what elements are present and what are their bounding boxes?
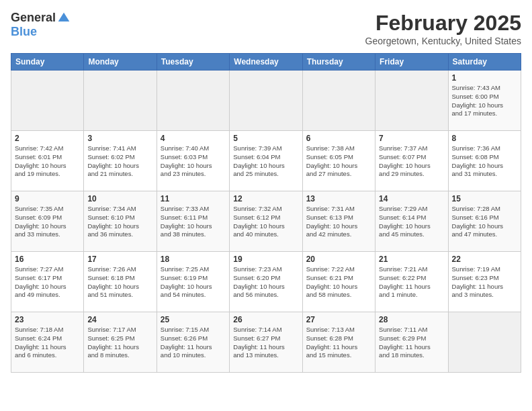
day-number: 23 xyxy=(15,315,80,324)
logo-general: General xyxy=(11,11,56,25)
day-number: 17 xyxy=(87,255,152,264)
calendar-cell: 4Sunrise: 7:40 AM Sunset: 6:03 PM Daylig… xyxy=(157,131,229,191)
day-number: 26 xyxy=(233,315,298,324)
day-info: Sunrise: 7:28 AM Sunset: 6:16 PM Dayligh… xyxy=(452,205,517,239)
day-number: 24 xyxy=(87,315,152,324)
calendar-cell: 8Sunrise: 7:36 AM Sunset: 6:08 PM Daylig… xyxy=(448,131,521,191)
day-number: 11 xyxy=(161,194,226,203)
calendar-cell xyxy=(84,71,157,131)
day-number: 7 xyxy=(379,134,444,143)
calendar-cell: 21Sunrise: 7:21 AM Sunset: 6:22 PM Dayli… xyxy=(375,252,448,312)
day-number: 18 xyxy=(161,255,226,264)
day-number: 25 xyxy=(161,315,226,324)
day-number: 28 xyxy=(379,315,444,324)
logo: General Blue xyxy=(11,11,71,39)
calendar-cell xyxy=(11,71,84,131)
month-title: February 2025 xyxy=(365,11,521,36)
weekday-header-friday: Friday xyxy=(375,54,448,71)
logo-icon xyxy=(57,11,71,25)
calendar-cell: 5Sunrise: 7:39 AM Sunset: 6:04 PM Daylig… xyxy=(230,131,302,191)
day-info: Sunrise: 7:11 AM Sunset: 6:29 PM Dayligh… xyxy=(379,326,444,360)
calendar-cell: 13Sunrise: 7:31 AM Sunset: 6:13 PM Dayli… xyxy=(302,191,375,252)
calendar-cell xyxy=(302,71,375,131)
calendar-cell: 9Sunrise: 7:35 AM Sunset: 6:09 PM Daylig… xyxy=(11,191,84,252)
calendar-cell: 6Sunrise: 7:38 AM Sunset: 6:05 PM Daylig… xyxy=(302,131,375,191)
week-row-3: 9Sunrise: 7:35 AM Sunset: 6:09 PM Daylig… xyxy=(11,191,521,252)
day-info: Sunrise: 7:21 AM Sunset: 6:22 PM Dayligh… xyxy=(379,265,444,300)
calendar-cell: 20Sunrise: 7:22 AM Sunset: 6:21 PM Dayli… xyxy=(302,252,375,312)
title-block: February 2025 Georgetown, Kentucky, Unit… xyxy=(365,11,521,46)
day-number: 8 xyxy=(452,134,517,143)
day-info: Sunrise: 7:29 AM Sunset: 6:14 PM Dayligh… xyxy=(379,205,444,239)
day-number: 6 xyxy=(306,134,371,143)
day-info: Sunrise: 7:23 AM Sunset: 6:20 PM Dayligh… xyxy=(233,265,298,300)
day-info: Sunrise: 7:26 AM Sunset: 6:18 PM Dayligh… xyxy=(87,265,152,300)
weekday-header-thursday: Thursday xyxy=(302,54,375,71)
week-row-1: 1Sunrise: 7:43 AM Sunset: 6:00 PM Daylig… xyxy=(11,71,521,131)
week-row-2: 2Sunrise: 7:42 AM Sunset: 6:01 PM Daylig… xyxy=(11,131,521,191)
day-number: 27 xyxy=(306,315,371,324)
calendar-cell xyxy=(448,312,521,373)
calendar-cell: 3Sunrise: 7:41 AM Sunset: 6:02 PM Daylig… xyxy=(84,131,157,191)
calendar-cell: 12Sunrise: 7:32 AM Sunset: 6:12 PM Dayli… xyxy=(230,191,302,252)
calendar-cell: 23Sunrise: 7:18 AM Sunset: 6:24 PM Dayli… xyxy=(11,312,84,373)
calendar-cell xyxy=(375,71,448,131)
calendar-cell: 16Sunrise: 7:27 AM Sunset: 6:17 PM Dayli… xyxy=(11,252,84,312)
calendar-cell xyxy=(230,71,302,131)
weekday-header-saturday: Saturday xyxy=(448,54,521,71)
day-info: Sunrise: 7:34 AM Sunset: 6:10 PM Dayligh… xyxy=(87,205,152,239)
calendar-cell: 24Sunrise: 7:17 AM Sunset: 6:25 PM Dayli… xyxy=(84,312,157,373)
day-info: Sunrise: 7:36 AM Sunset: 6:08 PM Dayligh… xyxy=(452,144,517,179)
day-number: 1 xyxy=(452,73,517,83)
calendar-cell: 26Sunrise: 7:14 AM Sunset: 6:27 PM Dayli… xyxy=(230,312,302,373)
calendar-cell xyxy=(157,71,229,131)
page-header: General Blue February 2025 Georgetown, K… xyxy=(11,11,521,46)
day-info: Sunrise: 7:35 AM Sunset: 6:09 PM Dayligh… xyxy=(15,205,80,239)
calendar-cell: 27Sunrise: 7:13 AM Sunset: 6:28 PM Dayli… xyxy=(302,312,375,373)
day-number: 22 xyxy=(452,255,517,264)
day-number: 12 xyxy=(233,194,298,203)
calendar-cell: 10Sunrise: 7:34 AM Sunset: 6:10 PM Dayli… xyxy=(84,191,157,252)
calendar-cell: 19Sunrise: 7:23 AM Sunset: 6:20 PM Dayli… xyxy=(230,252,302,312)
day-info: Sunrise: 7:31 AM Sunset: 6:13 PM Dayligh… xyxy=(306,205,371,239)
calendar-cell: 11Sunrise: 7:33 AM Sunset: 6:11 PM Dayli… xyxy=(157,191,229,252)
calendar-cell: 7Sunrise: 7:37 AM Sunset: 6:07 PM Daylig… xyxy=(375,131,448,191)
day-info: Sunrise: 7:19 AM Sunset: 6:23 PM Dayligh… xyxy=(452,265,517,300)
weekday-header-row: SundayMondayTuesdayWednesdayThursdayFrid… xyxy=(11,54,521,71)
calendar-cell: 2Sunrise: 7:42 AM Sunset: 6:01 PM Daylig… xyxy=(11,131,84,191)
day-number: 10 xyxy=(87,194,152,203)
week-row-5: 23Sunrise: 7:18 AM Sunset: 6:24 PM Dayli… xyxy=(11,312,521,373)
day-number: 5 xyxy=(233,134,298,143)
day-number: 4 xyxy=(161,134,226,143)
day-info: Sunrise: 7:14 AM Sunset: 6:27 PM Dayligh… xyxy=(233,326,298,360)
calendar-cell: 15Sunrise: 7:28 AM Sunset: 6:16 PM Dayli… xyxy=(448,191,521,252)
day-info: Sunrise: 7:15 AM Sunset: 6:26 PM Dayligh… xyxy=(161,326,226,360)
week-row-4: 16Sunrise: 7:27 AM Sunset: 6:17 PM Dayli… xyxy=(11,252,521,312)
calendar-cell: 22Sunrise: 7:19 AM Sunset: 6:23 PM Dayli… xyxy=(448,252,521,312)
day-info: Sunrise: 7:39 AM Sunset: 6:04 PM Dayligh… xyxy=(233,144,298,179)
calendar-cell: 17Sunrise: 7:26 AM Sunset: 6:18 PM Dayli… xyxy=(84,252,157,312)
day-info: Sunrise: 7:32 AM Sunset: 6:12 PM Dayligh… xyxy=(233,205,298,239)
day-info: Sunrise: 7:25 AM Sunset: 6:19 PM Dayligh… xyxy=(161,265,226,300)
day-info: Sunrise: 7:18 AM Sunset: 6:24 PM Dayligh… xyxy=(15,326,80,360)
calendar-cell: 14Sunrise: 7:29 AM Sunset: 6:14 PM Dayli… xyxy=(375,191,448,252)
day-info: Sunrise: 7:13 AM Sunset: 6:28 PM Dayligh… xyxy=(306,326,371,360)
day-number: 13 xyxy=(306,194,371,203)
day-number: 3 xyxy=(87,134,152,143)
day-info: Sunrise: 7:27 AM Sunset: 6:17 PM Dayligh… xyxy=(15,265,80,300)
day-number: 9 xyxy=(15,194,80,203)
day-info: Sunrise: 7:41 AM Sunset: 6:02 PM Dayligh… xyxy=(87,144,152,179)
day-number: 14 xyxy=(379,194,444,203)
weekday-header-wednesday: Wednesday xyxy=(230,54,302,71)
weekday-header-monday: Monday xyxy=(84,54,157,71)
day-number: 16 xyxy=(15,255,80,264)
svg-marker-0 xyxy=(58,12,70,21)
location: Georgetown, Kentucky, United States xyxy=(365,36,521,46)
day-number: 19 xyxy=(233,255,298,264)
calendar-cell: 1Sunrise: 7:43 AM Sunset: 6:00 PM Daylig… xyxy=(448,71,521,131)
day-number: 2 xyxy=(15,134,80,143)
day-number: 15 xyxy=(452,194,517,203)
calendar: SundayMondayTuesdayWednesdayThursdayFrid… xyxy=(11,53,521,373)
day-info: Sunrise: 7:43 AM Sunset: 6:00 PM Dayligh… xyxy=(452,84,517,118)
day-info: Sunrise: 7:17 AM Sunset: 6:25 PM Dayligh… xyxy=(87,326,152,360)
